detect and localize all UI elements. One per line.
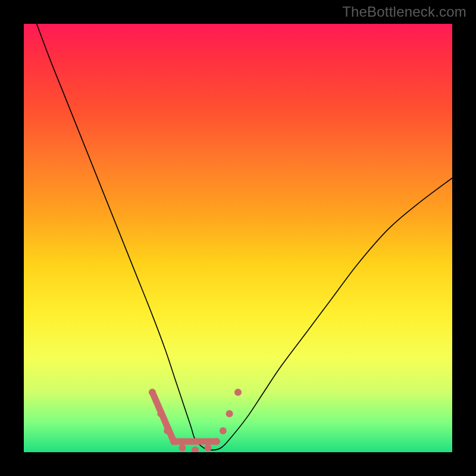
watermark-label: TheBottleneck.com bbox=[342, 4, 466, 20]
marker-dot bbox=[170, 438, 177, 445]
marker-dot bbox=[178, 444, 186, 452]
marker-dot bbox=[226, 410, 233, 417]
bottleneck-curve bbox=[24, 24, 452, 450]
marker-dot bbox=[157, 410, 164, 417]
marker-dot bbox=[234, 389, 242, 396]
marker-dot bbox=[205, 444, 212, 452]
marker-dot bbox=[220, 427, 227, 434]
marker-group bbox=[149, 389, 242, 452]
marker-segment bbox=[152, 392, 174, 441]
plot-area bbox=[24, 24, 452, 452]
chart-svg bbox=[24, 24, 452, 452]
marker-dot bbox=[149, 389, 156, 396]
marker-dot bbox=[164, 427, 171, 434]
marker-dot bbox=[213, 438, 220, 445]
marker-dot bbox=[192, 446, 199, 452]
chart-container: TheBottleneck.com bbox=[0, 0, 476, 476]
